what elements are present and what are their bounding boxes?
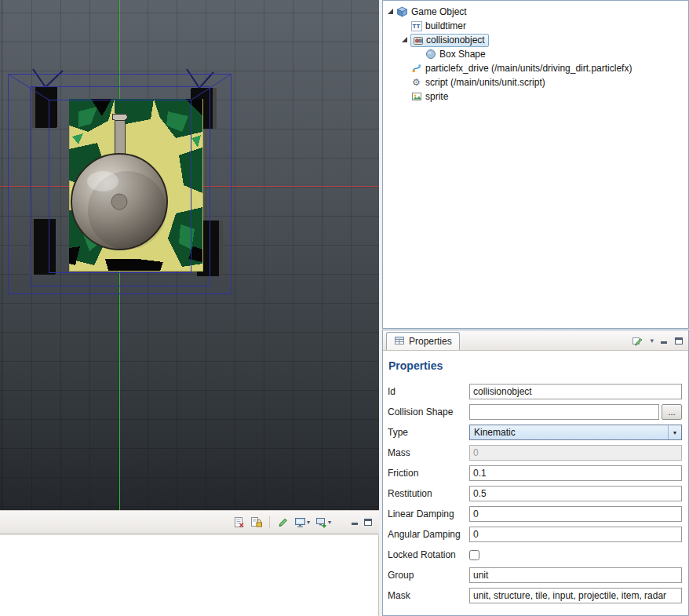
field-label-locked-rotation: Locked Rotation xyxy=(388,549,469,560)
radar-dish xyxy=(71,154,167,250)
expand-arrow-icon[interactable] xyxy=(388,9,393,14)
friction-input[interactable] xyxy=(469,465,682,481)
field-label-mask: Mask xyxy=(388,590,469,601)
tree-item-label: particlefx_drive (/main/units/driving_di… xyxy=(425,63,632,74)
field-label-type: Type xyxy=(388,427,469,438)
type-select[interactable]: Kinematic ▼ xyxy=(469,425,682,440)
game-object-icon xyxy=(396,6,408,17)
expand-arrow-icon[interactable] xyxy=(402,37,407,42)
edit-icon xyxy=(632,335,643,346)
tree-item-game-object[interactable]: Game Object xyxy=(383,5,688,19)
pin-console-icon xyxy=(277,516,289,528)
tree-item-buildtimer[interactable]: TT buildtimer xyxy=(383,19,688,33)
tree-item-label: sprite xyxy=(425,91,448,102)
minimize-icon xyxy=(661,337,668,344)
property-row-id: Id xyxy=(388,384,682,399)
properties-form: Properties Id Collision Shape ... Type K… xyxy=(383,351,688,615)
maximize-icon xyxy=(675,337,683,344)
scene-canvas xyxy=(0,0,379,510)
properties-panel: Properties ▾ Properties Id Collision Sha… xyxy=(382,330,689,616)
field-label-linear-damping: Linear Damping xyxy=(388,508,469,519)
console-panel[interactable] xyxy=(0,535,379,616)
locked-rotation-checkbox[interactable] xyxy=(469,550,479,560)
property-row-mass: Mass xyxy=(388,445,682,461)
scroll-lock-icon xyxy=(250,516,262,528)
view-menu-icon: ▾ xyxy=(650,337,654,344)
outline-panel: Game Object TT buildtimer collisionobjec… xyxy=(382,0,689,329)
tab-label: Properties xyxy=(409,336,452,347)
clear-console-icon xyxy=(233,516,245,528)
field-label-angular-damping: Angular Damping xyxy=(388,529,469,540)
console-toolbar: ▾ ▾ xyxy=(0,510,379,534)
particlefx-icon xyxy=(410,63,422,74)
properties-tabbar: Properties ▾ xyxy=(383,330,688,351)
field-label-friction: Friction xyxy=(388,468,469,479)
tree-item-label: Box Shape xyxy=(439,49,486,60)
display-selected-console-button[interactable]: ▾ xyxy=(293,516,311,529)
mask-input[interactable] xyxy=(469,588,682,603)
minimize-console-button[interactable] xyxy=(351,518,359,527)
scroll-lock-button[interactable] xyxy=(250,516,263,529)
field-label-mass: Mass xyxy=(388,447,469,458)
field-label-restitution: Restitution xyxy=(388,488,469,499)
minimize-properties-button[interactable] xyxy=(660,337,669,345)
toolbar-separator xyxy=(269,516,270,528)
clear-console-button[interactable] xyxy=(232,516,246,529)
property-row-collision-shape: Collision Shape ... xyxy=(388,404,682,420)
scene-viewport[interactable] xyxy=(0,0,379,510)
tree-item-sprite[interactable]: sprite xyxy=(383,89,688,104)
properties-view-tools: ▾ xyxy=(631,334,684,350)
field-label-id: Id xyxy=(388,386,469,397)
combo-arrow-icon: ▼ xyxy=(668,425,681,439)
collision-object-icon xyxy=(412,35,424,46)
tree-item-box-shape[interactable]: Box Shape xyxy=(383,47,688,61)
id-input[interactable] xyxy=(469,384,682,399)
buildtimer-icon: TT xyxy=(410,20,422,31)
property-row-type: Type Kinematic ▼ xyxy=(388,425,682,440)
pin-console-button[interactable] xyxy=(276,516,290,529)
maximize-properties-button[interactable] xyxy=(674,337,684,345)
box-shape-icon xyxy=(425,49,436,60)
property-row-angular-damping: Angular Damping xyxy=(388,527,682,542)
property-row-linear-damping: Linear Damping xyxy=(388,506,682,522)
property-row-group: Group xyxy=(388,567,682,583)
property-row-mask: Mask xyxy=(388,588,682,603)
collision-shape-input[interactable] xyxy=(469,404,659,420)
field-label-collision-shape: Collision Shape xyxy=(388,406,469,417)
open-console-icon xyxy=(315,516,327,528)
chevron-down-icon: ▾ xyxy=(307,519,310,526)
view-menu-button[interactable]: ▾ xyxy=(649,337,654,345)
minimize-icon xyxy=(352,519,359,526)
linear-damping-input[interactable] xyxy=(469,506,682,522)
properties-heading: Properties xyxy=(388,359,682,372)
sprite-icon xyxy=(410,91,422,102)
tree-item-collisionobject[interactable]: collisionobject xyxy=(383,33,688,47)
tree-item-label: Game Object xyxy=(411,6,467,17)
maximize-icon xyxy=(364,519,372,526)
angular-damping-input[interactable] xyxy=(469,527,682,542)
tree-item-label: buildtimer xyxy=(425,20,466,31)
type-select-value: Kinematic xyxy=(474,427,516,438)
browse-collision-shape-button[interactable]: ... xyxy=(662,404,682,420)
property-row-friction: Friction xyxy=(388,465,682,481)
property-row-restitution: Restitution xyxy=(388,486,682,501)
tree-item-script[interactable]: ⚙ script (/main/units/unit.script) xyxy=(383,75,688,89)
mass-input xyxy=(469,445,682,461)
monitor-icon xyxy=(294,516,306,528)
maximize-console-button[interactable] xyxy=(363,518,373,527)
selected-item-highlight: collisionobject xyxy=(410,34,489,47)
restitution-input[interactable] xyxy=(469,486,682,501)
field-label-group: Group xyxy=(388,570,469,581)
script-gear-icon: ⚙ xyxy=(410,77,422,88)
open-console-button[interactable]: ▾ xyxy=(315,516,332,529)
tab-properties[interactable]: Properties xyxy=(386,332,460,350)
application-window: { "outline": { "items": [ { "label": "Ga… xyxy=(0,0,689,616)
group-input[interactable] xyxy=(469,567,682,583)
pin-editor-button[interactable] xyxy=(631,334,643,347)
chevron-down-icon: ▾ xyxy=(328,519,331,526)
tree-item-particlefx-drive[interactable]: particlefx_drive (/main/units/driving_di… xyxy=(383,61,688,75)
properties-tab-icon xyxy=(394,335,405,348)
tree-item-label: script (/main/units/unit.script) xyxy=(425,77,545,88)
tree-item-label: collisionobject xyxy=(426,35,485,46)
property-row-locked-rotation: Locked Rotation xyxy=(388,547,682,563)
